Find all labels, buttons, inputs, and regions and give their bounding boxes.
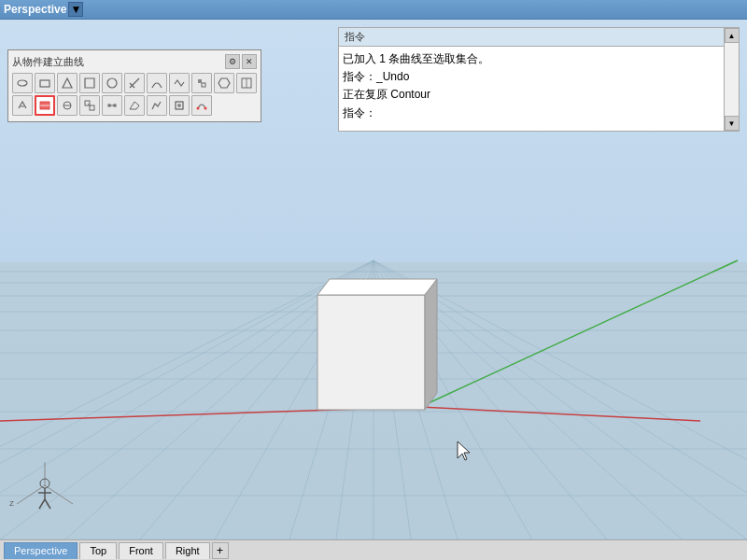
tool-btn-16[interactable]: [102, 95, 122, 116]
svg-line-68: [17, 485, 45, 504]
toolbar-title: 从物件建立曲线 ⚙ ✕: [12, 54, 257, 69]
bottom-tabs: Perspective Top Front Right +: [0, 539, 747, 560]
tool-btn-17[interactable]: [124, 95, 145, 116]
toolbar-row-2: [12, 95, 257, 116]
tool-btn-7[interactable]: [147, 73, 167, 93]
tool-btn-8[interactable]: [169, 73, 190, 93]
svg-marker-50: [218, 78, 230, 88]
tool-btn-10[interactable]: [214, 73, 234, 93]
tab-right[interactable]: Right: [165, 542, 210, 559]
svg-point-67: [204, 107, 207, 110]
svg-point-66: [197, 107, 200, 110]
svg-marker-43: [63, 78, 72, 88]
svg-line-69: [45, 485, 73, 504]
toolbar-settings-btn[interactable]: ⚙: [225, 54, 240, 69]
tool-btn-5[interactable]: [102, 73, 122, 93]
tool-btn-4[interactable]: [79, 73, 100, 93]
command-panel: 指令 已加入 1 条曲线至选取集合。 指令：_Undo 正在复原 Contour…: [338, 27, 740, 132]
svg-line-74: [39, 499, 45, 509]
svg-rect-49: [202, 83, 205, 87]
tool-btn-13-active[interactable]: [35, 95, 55, 116]
svg-rect-59: [90, 105, 94, 110]
command-scrollbar[interactable]: ▲ ▼: [724, 28, 739, 131]
tool-btn-6[interactable]: [124, 73, 145, 93]
svg-point-41: [18, 80, 27, 86]
tab-perspective[interactable]: Perspective: [4, 542, 78, 559]
toolbar-close-btn[interactable]: ✕: [242, 54, 257, 69]
svg-text:Z: Z: [9, 499, 14, 508]
command-line-3: 正在复原 Contour: [343, 86, 720, 104]
main-content: 指令 已加入 1 条曲线至选取集合。 指令：_Undo 正在复原 Contour…: [0, 20, 747, 539]
svg-marker-44: [85, 78, 94, 88]
scroll-up-arrow[interactable]: ▲: [725, 28, 740, 43]
title-dropdown[interactable]: ▼: [68, 2, 83, 17]
axis-svg: Z: [7, 457, 82, 513]
title-bar: Perspective ▼: [0, 0, 747, 20]
tool-btn-19[interactable]: [169, 95, 190, 116]
tab-front[interactable]: Front: [119, 542, 163, 559]
command-header: 指令: [339, 28, 739, 47]
tool-btn-3[interactable]: [57, 73, 78, 93]
tool-btn-9[interactable]: [191, 73, 212, 93]
tool-btn-11[interactable]: [236, 73, 257, 93]
svg-line-46: [130, 78, 139, 88]
command-line-1: 已加入 1 条曲线至选取集合。: [343, 50, 720, 68]
tool-btn-18[interactable]: [147, 95, 167, 116]
svg-rect-42: [40, 80, 49, 87]
scroll-down-arrow[interactable]: ▼: [725, 116, 740, 131]
axis-widget: Z: [7, 457, 82, 513]
toolbar-panel: 从物件建立曲线 ⚙ ✕: [7, 49, 261, 122]
tool-btn-20[interactable]: [191, 95, 212, 116]
command-line-2: 指令：_Undo: [343, 68, 720, 86]
svg-point-65: [177, 104, 181, 107]
svg-marker-39: [425, 279, 437, 410]
title-text: Perspective: [4, 3, 66, 16]
tool-btn-14[interactable]: [57, 95, 78, 116]
svg-line-75: [45, 499, 50, 509]
svg-marker-37: [317, 295, 425, 410]
toolbar-row-1: [12, 73, 257, 93]
svg-rect-48: [198, 79, 202, 83]
tool-btn-12[interactable]: [12, 95, 33, 116]
svg-point-45: [107, 78, 117, 88]
command-line-4: 指令：: [343, 105, 720, 122]
tab-top[interactable]: Top: [79, 542, 117, 559]
add-view-button[interactable]: +: [212, 542, 229, 559]
command-body: 已加入 1 条曲线至选取集合。 指令：_Undo 正在复原 Contour 指令…: [339, 47, 739, 131]
tool-btn-2[interactable]: [35, 73, 55, 93]
svg-marker-38: [317, 279, 437, 295]
tool-btn-15[interactable]: [79, 95, 100, 116]
tool-btn-1[interactable]: [12, 73, 33, 93]
